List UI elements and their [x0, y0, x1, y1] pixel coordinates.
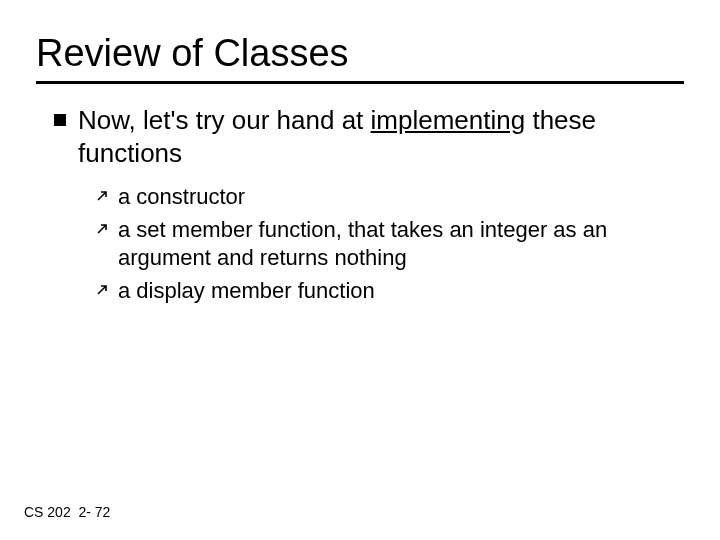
- sub-bullet-text: a set member function, that takes an int…: [118, 216, 684, 273]
- sub-bullet-text: a constructor: [118, 183, 684, 212]
- bullet-text: Now, let's try our hand at implementing …: [78, 104, 684, 169]
- sub-bullet-list: a constructor a set member function, tha…: [96, 183, 684, 305]
- bullet-level-2: a constructor: [96, 183, 684, 212]
- footer-page: 2- 72: [78, 504, 110, 520]
- bullet-level-1: Now, let's try our hand at implementing …: [54, 104, 684, 169]
- arrow-up-right-icon: [96, 190, 108, 202]
- slide-body: Now, let's try our hand at implementing …: [36, 104, 684, 305]
- arrow-up-right-icon: [96, 284, 108, 296]
- bullet-text-prefix: Now, let's try our hand at: [78, 105, 371, 135]
- bullet-level-2: a display member function: [96, 277, 684, 306]
- bullet-text-underlined: implementing: [371, 105, 526, 135]
- slide: Review of Classes Now, let's try our han…: [0, 0, 720, 540]
- slide-title: Review of Classes: [36, 32, 684, 75]
- footer-course: CS 202: [24, 504, 71, 520]
- arrow-up-right-icon: [96, 223, 108, 235]
- sub-bullet-text: a display member function: [118, 277, 684, 306]
- bullet-level-2: a set member function, that takes an int…: [96, 216, 684, 273]
- square-bullet-icon: [54, 114, 66, 126]
- title-divider: [36, 81, 684, 84]
- slide-footer: CS 202 2- 72: [24, 504, 110, 520]
